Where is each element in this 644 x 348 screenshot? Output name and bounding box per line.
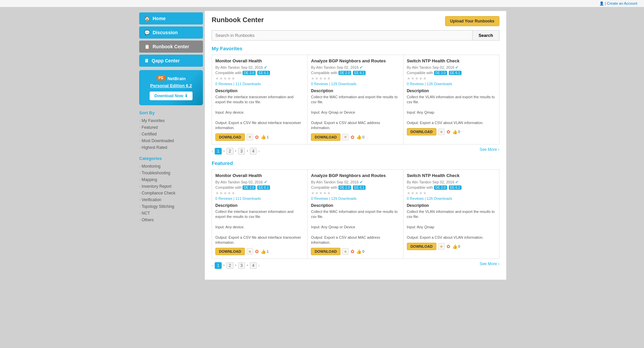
download-button[interactable]: DOWNLOAD	[407, 243, 436, 250]
nav-home-button[interactable]: 🏠 Home	[139, 12, 203, 24]
sort-item[interactable]: Most Downloaded	[139, 137, 203, 144]
category-item[interactable]: Inventory Report	[139, 183, 203, 190]
card: Analyze BGP Neighbors and Routes By Atin…	[308, 55, 403, 144]
card-desc-title: Description	[311, 203, 399, 208]
thumb-count: 1	[267, 249, 269, 253]
nav-runbook-button[interactable]: 📋 Runbook Center	[139, 41, 203, 53]
promo-download-button[interactable]: Download Now ⬇	[150, 92, 192, 100]
thumbs-up-button[interactable]: 👍 0	[356, 249, 364, 254]
flower-icon: ✿	[446, 244, 450, 249]
featured-see-more[interactable]: See More ›	[480, 262, 499, 266]
card-desc-title: Description	[407, 89, 496, 93]
card-footer: DOWNLOAD ★ ✿ 👍 1	[215, 248, 304, 255]
download-button[interactable]: DOWNLOAD	[311, 133, 340, 141]
thumb-count: 1	[267, 135, 269, 139]
download-button[interactable]: DOWNLOAD	[311, 248, 340, 255]
nav-qapp-button[interactable]: 🖥 Qapp Center	[139, 55, 203, 67]
create-account-link[interactable]: | Create an Account	[605, 1, 637, 5]
search-input[interactable]	[212, 31, 472, 40]
pagination-number[interactable]: 2	[226, 262, 233, 269]
card-footer: DOWNLOAD ★ ✿ 👍 0	[407, 243, 496, 250]
verified-icon: ✔	[264, 180, 267, 184]
categories-section: Categories MonitoringTroubleshootingMapp…	[139, 156, 203, 223]
favorite-star-button[interactable]: ★	[247, 134, 253, 140]
sort-item[interactable]: My Favorites	[139, 117, 203, 124]
category-item[interactable]: Verification	[139, 196, 203, 203]
card-reviews[interactable]: 0 Reviews | 126 Downloads	[407, 82, 496, 86]
thumbs-up-button[interactable]: 👍 1	[261, 134, 269, 139]
search-button[interactable]: Search	[472, 31, 499, 40]
pagination-number[interactable]: 1	[215, 262, 222, 269]
thumbs-up-button[interactable]: 👍 0	[452, 244, 460, 249]
card-reviews[interactable]: 0 Reviews | 129 Downloads	[311, 82, 399, 86]
download-button[interactable]: DOWNLOAD	[215, 133, 245, 141]
card-compat: Compatible with DE 2.0 EE 6.1	[215, 71, 304, 75]
card-reviews[interactable]: 0 Reviews | 126 Downloads	[407, 196, 496, 200]
category-item[interactable]: Compliance Check	[139, 190, 203, 196]
sort-item[interactable]: Highest Rated	[139, 144, 203, 151]
sort-title: Sort By	[139, 110, 203, 115]
category-item[interactable]: Troubleshooting	[139, 170, 203, 176]
page-title: Runbook Center	[212, 16, 264, 24]
main-header: Runbook Center Upload Your Runbooks	[212, 16, 499, 26]
thumbs-up-button[interactable]: 👍 1	[261, 249, 269, 254]
category-item[interactable]: Mapping	[139, 176, 203, 183]
category-item[interactable]: NCT	[139, 210, 203, 217]
home-icon: 🏠	[144, 16, 150, 21]
pe-badge: PE	[157, 75, 166, 80]
pagination-prev[interactable]: ‹	[212, 149, 213, 154]
pagination-number[interactable]: 2	[226, 148, 233, 155]
thumbs-up-button[interactable]: 👍 0	[356, 134, 364, 139]
search-bar: Search	[212, 30, 499, 41]
category-item[interactable]: Topology Stitching	[139, 203, 203, 210]
upload-button[interactable]: Upload Your Runbooks	[445, 16, 499, 26]
card-reviews[interactable]: 0 Reviews | 111 Downloads	[215, 82, 304, 86]
favorites-see-more[interactable]: See More ›	[480, 147, 499, 152]
user-icon: 👤	[599, 1, 604, 5]
compat-tag: EE 6.1	[257, 185, 270, 190]
pagination-next[interactable]: ›	[258, 149, 260, 154]
card-stars: ★★★★★	[407, 191, 496, 195]
category-item[interactable]: Monitoring	[139, 163, 203, 170]
pagination-number[interactable]: 4	[250, 148, 257, 155]
card-title: Switch NTP Health Check	[407, 173, 496, 178]
pagination-dot: •	[235, 149, 236, 154]
card-desc-text: Collect the interface transceiver inform…	[215, 95, 304, 131]
card-author: By Atin Tandon Sep 02, 2016 ✔	[407, 180, 496, 184]
sort-item[interactable]: Certified	[139, 131, 203, 137]
pagination-prev[interactable]: ‹	[212, 263, 213, 268]
card-author: By Atin Tandon Sep 02, 2016 ✔	[311, 65, 399, 70]
thumbs-up-icon: 👍	[452, 129, 458, 134]
favorite-star-button[interactable]: ★	[438, 243, 445, 250]
pagination-dot: •	[247, 263, 248, 268]
download-button[interactable]: DOWNLOAD	[215, 248, 245, 255]
pagination-dot: •	[223, 263, 225, 268]
verified-icon: ✔	[455, 65, 459, 70]
flower-icon: ✿	[351, 134, 355, 140]
pagination-number[interactable]: 3	[238, 262, 245, 269]
favorite-star-button[interactable]: ★	[247, 248, 253, 255]
favorite-star-button[interactable]: ★	[342, 134, 349, 140]
runbook-icon: 📋	[144, 44, 150, 49]
card-compat: Compatible with DE 2.0 EE 6.1	[311, 71, 399, 75]
pagination-number[interactable]: 3	[238, 148, 245, 155]
pagination-next[interactable]: ›	[258, 263, 260, 268]
pagination-number[interactable]: 4	[250, 262, 257, 269]
card-reviews[interactable]: 0 Reviews | 129 Downloads	[311, 196, 399, 200]
download-button[interactable]: DOWNLOAD	[407, 128, 436, 135]
favorite-star-button[interactable]: ★	[342, 248, 349, 255]
nav-discussion-button[interactable]: 💬 Discussion	[139, 26, 203, 39]
card-author: By Atin Tandon Sep 02, 2016 ✔	[407, 65, 496, 70]
favorite-star-button[interactable]: ★	[438, 128, 445, 135]
card-stars: ★★★★★	[311, 191, 399, 195]
card-reviews[interactable]: 0 Reviews | 111 Downloads	[215, 196, 304, 200]
promo-box: PE NetBrain Personal Edition 6.2 Downloa…	[139, 70, 203, 105]
pagination-dot: •	[235, 263, 236, 268]
sort-item[interactable]: Featured	[139, 124, 203, 131]
pagination-number[interactable]: 1	[215, 148, 222, 155]
top-bar: 👤 | Create an Account	[0, 0, 644, 7]
card: Analyze BGP Neighbors and Routes By Atin…	[308, 170, 403, 259]
card-author: By Atin Tandon Sep 02, 2016 ✔	[311, 180, 399, 184]
thumbs-up-button[interactable]: 👍 0	[452, 129, 460, 134]
category-item[interactable]: Others	[139, 217, 203, 223]
